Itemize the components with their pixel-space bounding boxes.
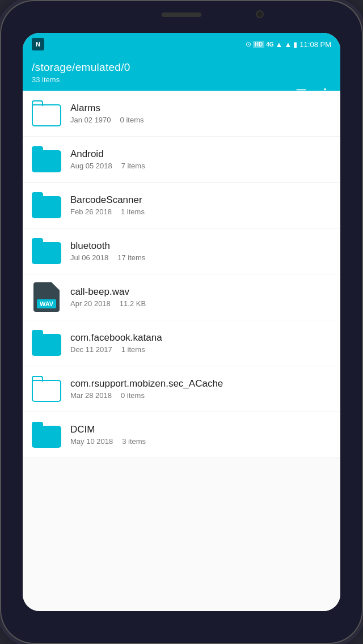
list-item[interactable]: WAV call-beep.wav Apr 20 2018 11.2 KB	[23, 274, 340, 320]
file-name: BarcodeScanner	[70, 194, 331, 206]
folder-empty-icon	[32, 374, 61, 404]
more-options-button[interactable]	[315, 83, 335, 105]
file-size-or-count: 1 items	[121, 207, 145, 216]
file-size-or-count: 0 items	[121, 391, 145, 400]
file-date: Apr 20 2018	[70, 299, 111, 308]
list-item[interactable]: BarcodeScanner Feb 26 2018 1 items	[23, 183, 340, 228]
file-date: Dec 11 2017	[70, 345, 112, 354]
file-date: May 10 2018	[70, 437, 113, 446]
folder-icon	[32, 420, 61, 450]
file-info: Alarms Jan 02 1970 0 items	[70, 103, 331, 124]
file-info: bluetooth Jul 06 2018 17 items	[70, 240, 331, 262]
file-meta: Jul 06 2018 17 items	[70, 253, 331, 262]
status-icons: ⊙ HD 4G ▲ ▲ ▮	[246, 40, 298, 49]
status-time: 11:08 PM	[299, 40, 331, 49]
file-name: com.rsupport.mobizen.sec_ACache	[70, 378, 331, 389]
status-right: ⊙ HD 4G ▲ ▲ ▮ 11:08 PM	[246, 40, 331, 49]
file-info: DCIM May 10 2018 3 items	[70, 424, 331, 446]
folder-icon	[32, 190, 61, 220]
file-name: bluetooth	[70, 240, 331, 252]
file-size-or-count: 17 items	[117, 253, 145, 262]
list-item[interactable]: com.rsupport.mobizen.sec_ACache Mar 28 2…	[23, 366, 340, 412]
status-bar: N ⊙ HD 4G ▲ ▲ ▮ 11:08 PM	[23, 33, 340, 56]
file-date: Jul 06 2018	[70, 253, 108, 262]
camera	[256, 10, 264, 18]
header-subtitle: 33 items	[32, 75, 331, 84]
file-size-or-count: 0 items	[120, 116, 144, 124]
file-info: com.facebook.katana Dec 11 2017 1 items	[70, 332, 331, 354]
phone-screen: N ⊙ HD 4G ▲ ▲ ▮ 11:08 PM /storage/emulat…	[23, 33, 340, 611]
list-item[interactable]: Android Aug 05 2018 7 items	[23, 137, 340, 183]
file-meta: Aug 05 2018 7 items	[70, 162, 331, 170]
file-name: Android	[70, 149, 331, 160]
status-left: N	[32, 38, 44, 50]
file-info: Android Aug 05 2018 7 items	[70, 149, 331, 170]
file-date: Jan 02 1970	[70, 116, 111, 124]
file-info: com.rsupport.mobizen.sec_ACache Mar 28 2…	[70, 378, 331, 400]
signal2-icon: ▲	[284, 40, 292, 49]
file-size-or-count: 11.2 KB	[120, 299, 146, 308]
speaker	[162, 12, 201, 17]
file-name: DCIM	[70, 424, 331, 435]
folder-empty-icon	[32, 99, 61, 128]
header-bar: /storage/emulated/0 33 items	[23, 56, 340, 91]
list-item[interactable]: DCIM May 10 2018 3 items	[23, 412, 340, 458]
header-path: /storage/emulated/0	[32, 61, 331, 74]
header-actions	[292, 83, 335, 105]
file-date: Feb 26 2018	[70, 207, 112, 216]
wifi-icon: ⊙	[246, 40, 251, 48]
signal-icon: ▲	[276, 40, 283, 49]
file-info: call-beep.wav Apr 20 2018 11.2 KB	[70, 286, 331, 308]
file-info: BarcodeScanner Feb 26 2018 1 items	[70, 194, 331, 216]
file-size-or-count: 3 items	[122, 437, 146, 446]
folder-icon	[32, 145, 61, 174]
list-item[interactable]: com.facebook.katana Dec 11 2017 1 items	[23, 320, 340, 366]
battery-icon: ▮	[293, 40, 297, 49]
file-date: Aug 05 2018	[70, 162, 112, 170]
file-meta: Jan 02 1970 0 items	[70, 116, 331, 124]
folder-icon	[32, 328, 61, 358]
list-item[interactable]: bluetooth Jul 06 2018 17 items	[23, 228, 340, 274]
file-name: com.facebook.katana	[70, 332, 331, 344]
file-name: call-beep.wav	[70, 286, 331, 298]
file-date: Mar 28 2018	[70, 391, 112, 400]
file-meta: Dec 11 2017 1 items	[70, 345, 331, 354]
app-icon: N	[32, 38, 44, 50]
file-meta: Mar 28 2018 0 items	[70, 391, 331, 400]
file-size-or-count: 7 items	[121, 162, 145, 170]
sort-button[interactable]	[292, 83, 311, 105]
file-meta: May 10 2018 3 items	[70, 437, 331, 446]
hd-badge: HD	[253, 41, 264, 48]
file-list: Alarms Jan 02 1970 0 items Android Aug 0…	[23, 91, 340, 611]
phone-frame: N ⊙ HD 4G ▲ ▲ ▮ 11:08 PM /storage/emulat…	[0, 0, 363, 644]
4g-icon: 4G	[266, 41, 273, 48]
file-size-or-count: 1 items	[121, 345, 145, 354]
file-meta: Feb 26 2018 1 items	[70, 207, 331, 216]
wav-file-icon: WAV	[32, 282, 61, 312]
file-meta: Apr 20 2018 11.2 KB	[70, 299, 331, 308]
folder-icon	[32, 236, 61, 266]
